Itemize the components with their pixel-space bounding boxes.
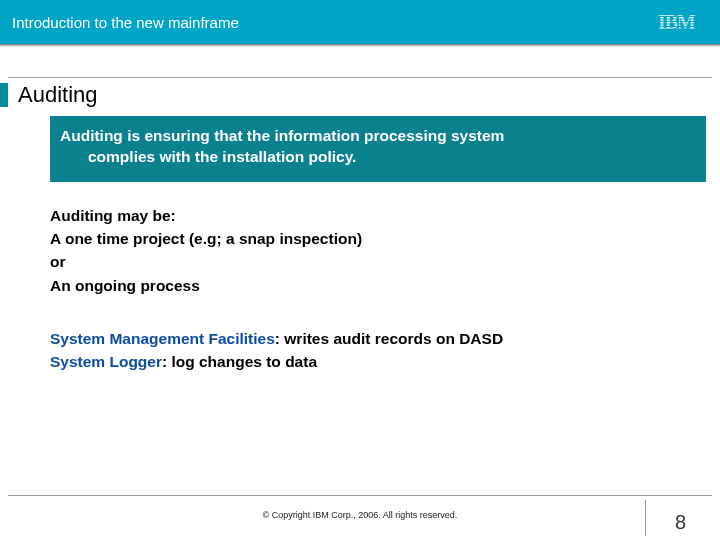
header-title: Introduction to the new mainframe: [12, 14, 239, 31]
ibm-logo: IBM: [658, 12, 706, 32]
separator-line: [8, 77, 712, 78]
maybe-or: or: [50, 250, 706, 273]
maybe-intro: Auditing may be:: [50, 204, 706, 227]
facilities-block: System Management Facilities: writes aud…: [50, 327, 706, 374]
page-title: Auditing: [18, 82, 98, 108]
footer-separator: [8, 495, 712, 496]
smf-line: System Management Facilities: writes aud…: [50, 327, 706, 350]
page-number-separator: [645, 500, 646, 536]
logger-line: System Logger: log changes to data: [50, 350, 706, 373]
copyright-text: © Copyright IBM Corp., 2006. All rights …: [0, 510, 720, 520]
maybe-line1: A one time project (e.g; a snap inspecti…: [50, 227, 706, 250]
logger-label: System Logger: [50, 353, 162, 370]
definition-box: Auditing is ensuring that the informatio…: [50, 116, 706, 182]
auditing-may-be-block: Auditing may be: A one time project (e.g…: [50, 204, 706, 297]
title-row: Auditing: [0, 82, 720, 108]
definition-line2: complies with the installation policy.: [60, 147, 690, 168]
smf-label: System Management Facilities: [50, 330, 275, 347]
definition-line1: Auditing is ensuring that the informatio…: [60, 127, 504, 144]
svg-text:IBM: IBM: [658, 12, 696, 32]
logger-desc: : log changes to data: [162, 353, 317, 370]
maybe-line2: An ongoing process: [50, 274, 706, 297]
slide-header: Introduction to the new mainframe IBM: [0, 0, 720, 44]
header-shadow: [0, 44, 720, 47]
page-number: 8: [675, 511, 686, 534]
smf-desc: : writes audit records on DASD: [275, 330, 503, 347]
title-accent-bar: [0, 83, 8, 107]
